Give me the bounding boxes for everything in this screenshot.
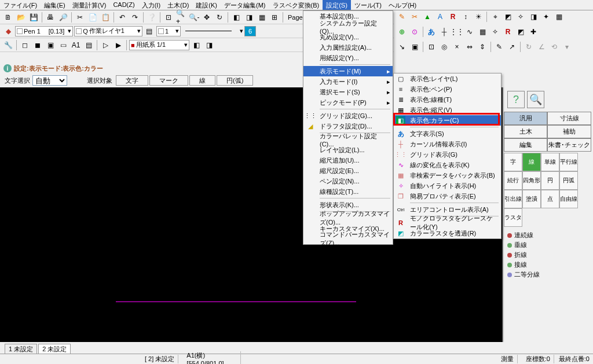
help-icon[interactable]: ❔ xyxy=(146,12,158,23)
wrench-icon[interactable]: 🔧 xyxy=(2,39,14,51)
tb3-4[interactable]: ▭ xyxy=(57,39,69,51)
dd-displaymode[interactable]: 表示モード(M) xyxy=(303,66,393,76)
tool-free[interactable]: 自由線 xyxy=(559,190,578,208)
dd-pen[interactable]: ペン設定(N)... xyxy=(303,176,393,186)
rp-tab-dim[interactable]: 寸法線 xyxy=(547,112,591,125)
tb3-1[interactable]: ◻ xyxy=(19,39,31,51)
rc-j9[interactable]: R xyxy=(502,26,514,38)
dd-scaleset[interactable]: 縮尺設定(E)... xyxy=(303,166,393,176)
rc-j10[interactable]: ◩ xyxy=(515,26,526,38)
tb3-6[interactable]: ▤ xyxy=(83,39,94,51)
rc-i2[interactable]: ✂ xyxy=(409,11,420,23)
dd-drafter[interactable]: ◢ドラフタ設定(D)... xyxy=(303,121,393,131)
rc-k10[interactable]: ↻ xyxy=(523,41,535,53)
mode-text[interactable]: 文字 xyxy=(116,75,148,86)
menu-input[interactable]: 入力(I) xyxy=(138,0,164,10)
dd-cmdbar[interactable]: コマンドバーカスタマイズ(Z)... xyxy=(303,234,393,244)
misc-icon-1[interactable]: ◧ xyxy=(230,12,242,23)
tool-leader[interactable]: 引出線 xyxy=(504,190,522,208)
rc-j11[interactable]: ✚ xyxy=(528,26,539,38)
list-tangent[interactable]: 接線 xyxy=(507,260,590,270)
sub-back[interactable]: ▦非検索データをバック表示(B) xyxy=(394,170,501,181)
rp-tab-civil[interactable]: 土木 xyxy=(504,125,547,138)
menu-tool[interactable]: ツール(T) xyxy=(351,0,385,10)
rc-i4[interactable]: A xyxy=(434,11,446,23)
copy-icon[interactable]: 📄 xyxy=(87,12,98,23)
sub-linechange[interactable]: ∿線の変化点を表示(K) xyxy=(394,160,501,170)
rp-tab-general[interactable]: 汎用 xyxy=(504,112,547,125)
dd-selectmode[interactable]: 選択モード(S) xyxy=(303,87,393,97)
rc-i6[interactable]: ↕ xyxy=(460,11,471,23)
dd-layer[interactable]: レイヤ設定(L)... xyxy=(303,145,393,155)
rc-j5[interactable]: ⋮⋮ xyxy=(451,26,463,38)
misc-icon-4[interactable]: ⊞ xyxy=(269,12,280,23)
sub-linetype[interactable]: ≣表示色:線種(T) xyxy=(394,94,501,105)
menu-file[interactable]: ファイル(F) xyxy=(0,0,41,10)
mode-arc[interactable]: 円(弧) xyxy=(217,75,253,86)
paste-icon[interactable]: 📋 xyxy=(100,12,111,23)
rc-k5[interactable]: × xyxy=(451,41,463,53)
rc-k9[interactable]: ↗ xyxy=(506,41,518,53)
rc-j7[interactable]: ▦ xyxy=(477,26,488,38)
menu-survey[interactable]: 測量計算(V) xyxy=(69,0,110,10)
rc-i7[interactable]: ☀ xyxy=(473,11,484,23)
rc-j1[interactable]: ⊕ xyxy=(396,26,408,38)
sub-areactrl[interactable]: Ctrlエリアコントロール表示(A) xyxy=(394,204,501,215)
dd-inputmode[interactable]: 入力モード(I) xyxy=(303,76,393,87)
rc-i5[interactable]: R xyxy=(447,11,459,23)
pointer2-icon[interactable]: ▶ xyxy=(112,39,124,51)
dd-inputattr[interactable]: 入力属性設定(A)... xyxy=(303,42,393,53)
pan-icon[interactable]: ✥ xyxy=(201,12,213,23)
cut-icon[interactable]: ✂ xyxy=(74,12,86,23)
menu-civil[interactable]: 土木(D) xyxy=(164,0,192,10)
search-icon[interactable]: 🔍 xyxy=(527,91,544,108)
refresh-icon[interactable]: ↻ xyxy=(214,12,225,23)
scale-combo[interactable]: 1 ▾ xyxy=(156,26,181,36)
list-polyline[interactable]: 連続線 xyxy=(507,230,590,240)
sub-autohilite[interactable]: ✧自動ハイライト表示(H) xyxy=(394,181,501,191)
rc-j3[interactable]: あ xyxy=(426,26,437,38)
print-icon[interactable]: 🖶 xyxy=(45,12,56,23)
rp-tab-red[interactable]: 朱書･チェック xyxy=(547,138,591,152)
rp-tab-aux[interactable]: 補助 xyxy=(547,125,591,138)
zoom-out-icon[interactable]: 🔍- xyxy=(188,12,200,23)
dd-popup[interactable]: ポップアップカスタマイズ(O)... xyxy=(303,213,393,223)
sub-layer[interactable]: ▢表示色:レイヤ(L) xyxy=(394,73,501,84)
rc-k7[interactable]: ⇕ xyxy=(477,41,488,53)
sub-pen[interactable]: ≡表示色:ペン(P) xyxy=(394,84,501,94)
rc-i13[interactable]: ▦ xyxy=(553,11,565,23)
rc-i12[interactable]: ✦ xyxy=(540,11,552,23)
mode-mark[interactable]: マーク xyxy=(149,75,188,86)
tb3-ex2[interactable]: ◨ xyxy=(203,39,215,51)
dd-linetype[interactable]: 線種設定(T)... xyxy=(303,186,393,197)
paper-combo[interactable]: ■ 用紙系 1/1 ▾ xyxy=(129,40,189,50)
undo-icon[interactable]: ↶ xyxy=(116,12,128,23)
tool-line[interactable]: 線 xyxy=(522,153,541,171)
rc-k8[interactable]: ✎ xyxy=(493,41,505,53)
rc-k2[interactable]: ▣ xyxy=(409,41,420,53)
layer-combo[interactable]: Q作業レイヤ1 ▾ xyxy=(74,26,142,36)
dd-round[interactable]: 丸め設定(V)... xyxy=(303,32,393,42)
zoom-in-icon[interactable]: 🔍+ xyxy=(175,12,187,23)
tool-rect[interactable]: 四角形 xyxy=(522,171,541,190)
tool-char[interactable]: 字 xyxy=(504,153,522,171)
list-break[interactable]: 折線 xyxy=(507,250,590,260)
dd-scaleadd[interactable]: 縮尺追加(U)... xyxy=(303,155,393,166)
tool-single[interactable]: 単線 xyxy=(541,153,559,171)
save-icon[interactable]: 💾 xyxy=(28,12,39,23)
sub-color[interactable]: ◧表示色:カラー(C) xyxy=(394,115,501,126)
misc-icon-3[interactable]: ▦ xyxy=(256,12,268,23)
list-perp[interactable]: 垂線 xyxy=(507,240,590,250)
dd-palette[interactable]: カラーパレット設定(C)... xyxy=(303,134,393,145)
tb3-2[interactable]: ◼ xyxy=(32,39,43,51)
color-combo[interactable]: 6 xyxy=(244,26,256,36)
sub-cursor[interactable]: ┼カーソル情報表示(I) xyxy=(394,139,501,149)
rc-k6[interactable]: ⇔ xyxy=(464,41,475,53)
menu-build[interactable]: 建設(K) xyxy=(192,0,221,10)
rc-k11[interactable]: ∠ xyxy=(536,41,547,53)
redo-icon[interactable]: ↷ xyxy=(129,12,141,23)
rc-i10[interactable]: ✧ xyxy=(515,11,526,23)
dd-paper[interactable]: 用紙設定(Y)... xyxy=(303,53,393,63)
rc-j2[interactable]: ⊙ xyxy=(409,26,420,38)
open-icon[interactable]: 📂 xyxy=(15,12,27,23)
